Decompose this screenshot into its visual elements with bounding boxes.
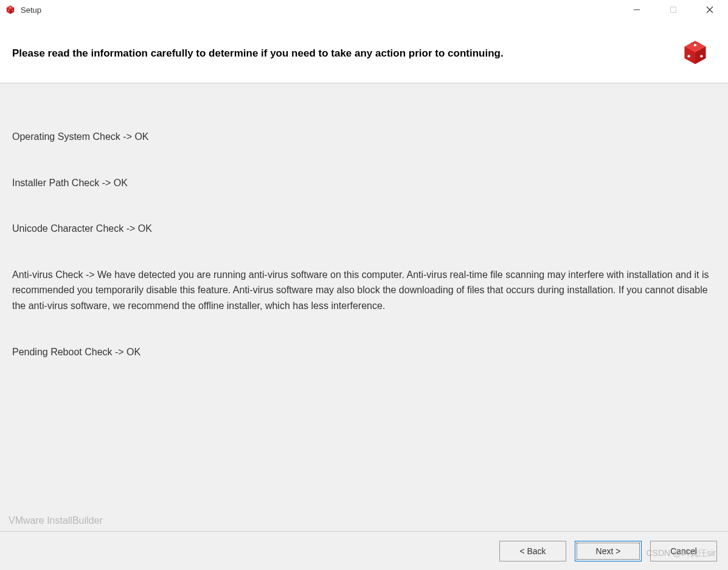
svg-point-8	[687, 55, 690, 57]
check-installer-path: Installer Path Check -> OK	[12, 175, 716, 191]
header-section: Please read the information carefully to…	[0, 19, 728, 83]
check-pending-reboot: Pending Reboot Check -> OK	[12, 344, 716, 360]
svg-rect-4	[671, 7, 676, 13]
button-bar: < Back Next > Cancel	[0, 531, 728, 570]
header-instruction: Please read the information carefully to…	[12, 47, 679, 60]
svg-point-9	[700, 55, 702, 57]
content-area: Operating System Check -> OK Installer P…	[0, 83, 728, 534]
minimize-button[interactable]	[619, 0, 655, 19]
app-icon	[5, 4, 16, 15]
check-os: Operating System Check -> OK	[12, 129, 716, 145]
close-button[interactable]	[692, 0, 728, 19]
svg-point-0	[10, 7, 11, 9]
product-logo-icon	[679, 38, 711, 69]
back-button[interactable]: < Back	[499, 541, 566, 561]
svg-point-1	[8, 10, 9, 12]
footer-brand: VMware InstallBuilder	[9, 515, 728, 531]
cancel-button[interactable]: Cancel	[650, 541, 717, 561]
titlebar: Setup	[0, 0, 728, 19]
window-controls	[619, 0, 728, 19]
svg-point-2	[12, 10, 13, 12]
check-unicode: Unicode Character Check -> OK	[12, 221, 716, 237]
next-button[interactable]: Next >	[575, 541, 642, 561]
window-title: Setup	[21, 5, 619, 15]
check-antivirus: Anti-virus Check -> We have detected you…	[12, 267, 716, 314]
maximize-button	[655, 0, 692, 19]
svg-point-7	[694, 44, 696, 46]
